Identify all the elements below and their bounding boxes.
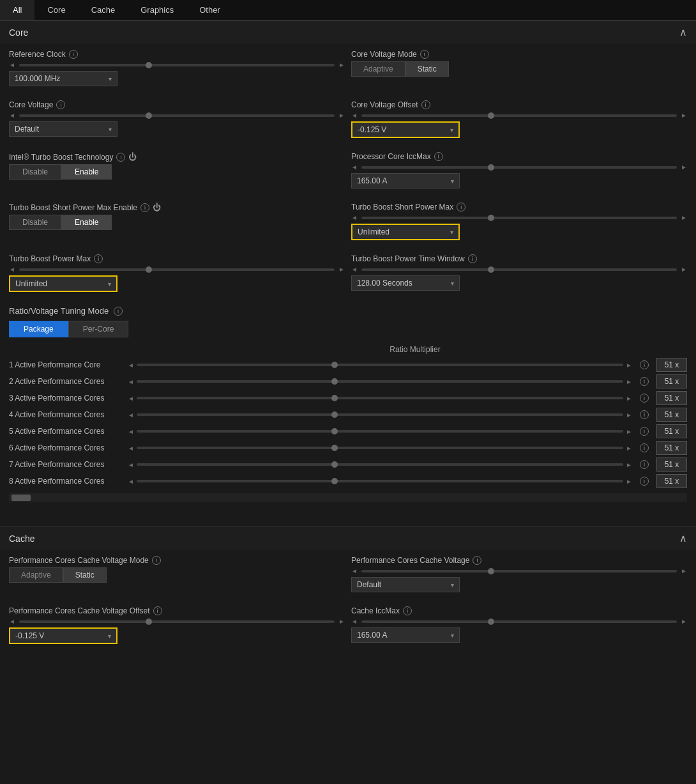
ratio-info-icon[interactable]: i — [640, 443, 649, 452]
cache-voltage-mode-adaptive[interactable]: Adaptive — [9, 567, 63, 583]
ratio-track[interactable] — [137, 447, 623, 449]
turbo-boost-tech-disable[interactable]: Disable — [9, 164, 61, 180]
ratio-info-icon[interactable]: i — [640, 394, 649, 403]
ratio-value[interactable]: 51 x — [656, 424, 687, 438]
reference-clock-right-arrow[interactable]: ► — [338, 61, 345, 68]
processor-core-iccmax-left-arrow[interactable]: ◄ — [351, 164, 358, 171]
turbo-boost-time-window-right-arrow[interactable]: ► — [681, 266, 687, 273]
core-voltage-offset-right-arrow[interactable]: ► — [681, 112, 687, 119]
cache-voltage-left-arrow[interactable]: ◄ — [351, 567, 358, 574]
ratio-left-arrow[interactable]: ◄ — [128, 461, 134, 468]
ratio-track[interactable] — [137, 380, 623, 383]
core-voltage-offset-left-arrow[interactable]: ◄ — [351, 112, 358, 119]
ratio-left-arrow[interactable]: ◄ — [128, 478, 134, 485]
ratio-info-icon[interactable]: i — [640, 427, 649, 436]
core-voltage-offset-track[interactable] — [361, 114, 677, 117]
ratio-track[interactable] — [137, 397, 623, 399]
cache-voltage-offset-dropdown[interactable]: -0.125 V ▾ — [9, 627, 117, 644]
ratio-value[interactable]: 51 x — [656, 457, 687, 472]
ratio-voltage-tuning-info-icon[interactable]: i — [114, 307, 123, 316]
cache-voltage-offset-left-arrow[interactable]: ◄ — [9, 618, 15, 625]
ratio-left-arrow[interactable]: ◄ — [128, 445, 134, 452]
ratio-track[interactable] — [137, 480, 623, 482]
ratio-left-arrow[interactable]: ◄ — [128, 378, 134, 385]
cache-voltage-offset-right-arrow[interactable]: ► — [338, 618, 345, 625]
ratio-info-icon[interactable]: i — [640, 410, 649, 419]
cache-iccmax-right-arrow[interactable]: ► — [681, 618, 687, 625]
core-voltage-track[interactable] — [19, 114, 335, 117]
turbo-boost-short-disable[interactable]: Disable — [9, 215, 61, 230]
ratio-left-arrow[interactable]: ◄ — [128, 411, 134, 419]
core-voltage-info-icon[interactable]: i — [56, 100, 65, 109]
turbo-boost-tech-power-icon[interactable]: ⏻ — [128, 152, 137, 162]
ratio-right-arrow[interactable]: ► — [626, 445, 632, 452]
turbo-boost-short-power-max-right-arrow[interactable]: ► — [681, 214, 687, 221]
turbo-boost-power-max-info-icon[interactable]: i — [94, 254, 103, 263]
reference-clock-track[interactable] — [19, 64, 335, 66]
turbo-boost-power-max-dropdown[interactable]: Unlimited ▾ — [9, 275, 117, 292]
reference-clock-dropdown[interactable]: 100.000 MHz ▾ — [9, 71, 117, 86]
ratio-value[interactable]: 51 x — [656, 391, 687, 405]
turbo-boost-short-enable[interactable]: Enable — [61, 215, 112, 230]
processor-core-iccmax-right-arrow[interactable]: ► — [681, 164, 687, 171]
turbo-boost-time-window-dropdown[interactable]: 128.00 Seconds ▾ — [351, 275, 460, 291]
cache-voltage-mode-info-icon[interactable]: i — [152, 556, 161, 565]
turbo-boost-power-max-right-arrow[interactable]: ► — [338, 266, 345, 273]
turbo-boost-short-power-max-dropdown[interactable]: Unlimited ▾ — [351, 224, 460, 240]
core-voltage-right-arrow[interactable]: ► — [338, 112, 345, 119]
turbo-boost-power-max-left-arrow[interactable]: ◄ — [9, 266, 15, 273]
hscroll-bar[interactable] — [9, 493, 687, 502]
ratio-right-arrow[interactable]: ► — [626, 461, 632, 468]
ratio-track[interactable] — [137, 413, 623, 416]
tab-graphics[interactable]: Graphics — [128, 0, 186, 20]
ratio-info-icon[interactable]: i — [640, 360, 649, 369]
turbo-boost-time-window-left-arrow[interactable]: ◄ — [351, 266, 358, 273]
core-voltage-mode-static[interactable]: Static — [405, 61, 449, 77]
cache-iccmax-track[interactable] — [361, 620, 677, 623]
turbo-boost-short-power-max-left-arrow[interactable]: ◄ — [351, 214, 358, 221]
tab-cache[interactable]: Cache — [79, 0, 128, 20]
ratio-right-arrow[interactable]: ► — [626, 378, 632, 385]
turbo-boost-short-power-max-info-icon[interactable]: i — [457, 203, 465, 211]
core-voltage-offset-dropdown[interactable]: -0.125 V ▾ — [351, 121, 460, 138]
processor-core-iccmax-track[interactable] — [361, 166, 677, 169]
ratio-info-icon[interactable]: i — [640, 460, 649, 469]
turbo-boost-short-power-max-track[interactable] — [361, 217, 677, 219]
cache-voltage-mode-static[interactable]: Static — [63, 567, 107, 583]
ratio-right-arrow[interactable]: ► — [626, 395, 632, 402]
ratio-info-icon[interactable]: i — [640, 377, 649, 386]
ratio-right-arrow[interactable]: ► — [626, 362, 632, 369]
ratio-value[interactable]: 51 x — [656, 474, 687, 488]
cache-voltage-offset-track[interactable] — [19, 620, 335, 623]
turbo-boost-tech-info-icon[interactable]: i — [116, 153, 125, 162]
turbo-boost-tech-enable[interactable]: Enable — [61, 164, 112, 180]
cache-section-header[interactable]: Cache ∧ — [0, 527, 696, 550]
core-voltage-left-arrow[interactable]: ◄ — [9, 112, 15, 119]
cache-voltage-track[interactable] — [361, 570, 677, 573]
processor-core-iccmax-dropdown[interactable]: 165.00 A ▾ — [351, 173, 460, 188]
tab-core[interactable]: Core — [34, 0, 78, 20]
ratio-value[interactable]: 51 x — [656, 358, 687, 372]
ratio-value[interactable]: 51 x — [656, 441, 687, 455]
cache-voltage-dropdown[interactable]: Default ▾ — [351, 577, 460, 592]
ratio-value[interactable]: 51 x — [656, 374, 687, 388]
core-section-header[interactable]: Core ∧ — [0, 20, 696, 43]
reference-clock-info-icon[interactable]: i — [69, 50, 78, 59]
processor-core-iccmax-info-icon[interactable]: i — [434, 152, 443, 161]
ratio-track[interactable] — [137, 463, 623, 466]
cache-iccmax-info-icon[interactable]: i — [403, 606, 412, 615]
ratio-right-arrow[interactable]: ► — [626, 411, 632, 419]
tab-other[interactable]: Other — [186, 0, 233, 20]
ratio-left-arrow[interactable]: ◄ — [128, 395, 134, 402]
turbo-boost-time-window-info-icon[interactable]: i — [468, 254, 477, 263]
cache-iccmax-left-arrow[interactable]: ◄ — [351, 618, 358, 625]
turbo-boost-time-window-track[interactable] — [361, 268, 677, 271]
ratio-right-arrow[interactable]: ► — [626, 478, 632, 485]
core-voltage-mode-info-icon[interactable]: i — [420, 50, 429, 59]
ratio-info-icon[interactable]: i — [640, 477, 649, 486]
pkg-mode-per-core[interactable]: Per-Core — [68, 321, 129, 337]
core-voltage-mode-adaptive[interactable]: Adaptive — [351, 61, 405, 77]
cache-iccmax-dropdown[interactable]: 165.00 A ▾ — [351, 627, 460, 643]
ratio-track[interactable] — [137, 430, 623, 433]
turbo-boost-power-max-track[interactable] — [19, 268, 335, 271]
